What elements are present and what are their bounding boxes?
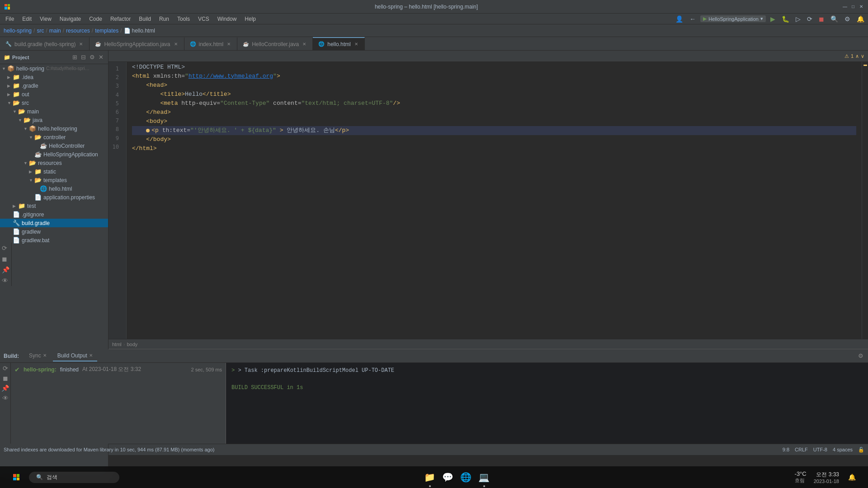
tree-item-resources[interactable]: ▼ 📂 resources [0, 159, 108, 167]
sidebar-title: Project [12, 55, 29, 60]
menu-tools[interactable]: Tools [174, 15, 193, 23]
indent-setting[interactable]: 4 spaces [833, 447, 853, 452]
taskbar-center: 📁 💬 🌐 💻 [422, 469, 492, 485]
taskbar-app-chrome[interactable]: 🌐 [458, 469, 474, 485]
breadcrumb-body[interactable]: body [127, 342, 137, 347]
menu-code[interactable]: Code [85, 15, 106, 23]
nav-resources[interactable]: resources [66, 28, 90, 34]
menu-file[interactable]: File [2, 15, 18, 23]
menu-view[interactable]: View [36, 15, 55, 23]
tree-item-main[interactable]: ▼ 📂 main [0, 107, 108, 116]
stop-small-icon[interactable]: ◼ [2, 255, 9, 263]
taskbar-app-explorer[interactable]: 📁 [422, 469, 438, 485]
nav-main[interactable]: main [49, 28, 61, 34]
tab-hello-spring-app[interactable]: ☕ HelloSpringApplication.java ✕ [90, 37, 184, 50]
run-coverage-button[interactable]: ▷ [794, 14, 802, 23]
menu-help[interactable]: Help [241, 15, 259, 23]
tree-item-hello-hellospring[interactable]: ▼ 📦 hello.hellospring [0, 124, 108, 133]
tab-close-hello-controller[interactable]: ✕ [302, 41, 307, 47]
refresh-icon[interactable]: ⟳ [2, 244, 9, 252]
notification-center-button[interactable]: 🔔 [843, 468, 861, 486]
taskbar-app-intellij[interactable]: 💻 [476, 469, 492, 485]
windows-start-button[interactable] [7, 468, 25, 486]
notifications-button[interactable]: 🔔 [855, 14, 866, 23]
line-ending[interactable]: CRLF [795, 447, 808, 452]
tree-item-gradlew[interactable]: 📄 gradlew [0, 227, 108, 236]
back-icon[interactable]: ← [688, 14, 698, 23]
profile-icon[interactable]: 👤 [674, 14, 685, 23]
output-tab-close[interactable]: ✕ [89, 353, 93, 358]
cursor-position[interactable]: 9:8 [783, 447, 789, 452]
tree-item-idea[interactable]: ▶ 📁 .idea [0, 73, 108, 81]
tab-build-gradle[interactable]: 🔧 build.gradle (hello-spring) ✕ [0, 37, 90, 50]
search-bar[interactable]: 🔍 검색 [29, 472, 119, 483]
tab-hello-html[interactable]: 🌐 hello.html ✕ [313, 37, 364, 50]
tab-close-hello-html[interactable]: ✕ [354, 41, 359, 47]
settings-button[interactable]: ⚙ [843, 14, 852, 23]
build-tab-output[interactable]: Build Output ✕ [53, 351, 97, 361]
profile-run-button[interactable]: ⟳ [805, 14, 814, 23]
tree-item-static[interactable]: ▶ 📁 static [0, 167, 108, 176]
breadcrumb-html[interactable]: html [112, 342, 122, 347]
nav-src[interactable]: src [37, 28, 44, 34]
close-button[interactable]: ✕ [858, 4, 864, 10]
build-tab-sync[interactable]: Sync ✕ [24, 351, 51, 361]
tree-item-hello-spring-app-file[interactable]: ☕ HelloSpringApplication [0, 150, 108, 159]
tree-item-hello-html-file[interactable]: 🌐 hello.html [0, 184, 108, 193]
sidebar-expand-icon[interactable]: ⊞ [71, 53, 78, 61]
menu-build[interactable]: Build [135, 15, 155, 23]
menu-refactor[interactable]: Refactor [107, 15, 134, 23]
run-config-selector[interactable]: ▶ HelloSpringApplication ▾ [700, 15, 766, 22]
tab-close-hello-spring-app[interactable]: ✕ [173, 41, 179, 47]
menu-edit[interactable]: Edit [19, 15, 35, 23]
build-pin-icon[interactable]: 📌 [1, 385, 9, 392]
tree-item-gitignore[interactable]: 📄 .gitignore [0, 210, 108, 219]
tab-index-html[interactable]: 🌐 index.html ✕ [184, 37, 238, 50]
minimize-button[interactable]: — [842, 4, 848, 10]
tree-item-gradlew-bat[interactable]: 📄 gradlew.bat [0, 236, 108, 244]
build-eye-icon[interactable]: 👁 [2, 394, 9, 402]
tree-item-java[interactable]: ▼ 📂 java [0, 116, 108, 124]
sidebar-settings-icon[interactable]: ⚙ [89, 53, 96, 61]
menu-vcs[interactable]: VCS [194, 15, 213, 23]
tree-item-build-gradle[interactable]: 🔧 build.gradle [0, 219, 108, 227]
build-refresh-icon[interactable]: ⟳ [3, 365, 8, 372]
tree-item-src[interactable]: ▼ 📂 src [0, 99, 108, 107]
tab-close-build-gradle[interactable]: ✕ [78, 41, 84, 47]
tree-item-out[interactable]: ▶ 📁 out [0, 90, 108, 99]
controller-folder-icon: 📂 [34, 134, 42, 141]
tree-item-controller[interactable]: ▼ 📂 controller [0, 133, 108, 141]
maximize-button[interactable]: □ [850, 4, 856, 10]
menu-window[interactable]: Window [214, 15, 241, 23]
sidebar-close-icon[interactable]: ✕ [98, 53, 104, 61]
tab-close-index-html[interactable]: ✕ [226, 41, 231, 47]
stop-button[interactable]: ◼ [817, 14, 826, 23]
tree-item-app-props[interactable]: 📄 application.properties [0, 193, 108, 202]
tree-label-app-props: application.properties [43, 194, 95, 201]
build-stop-icon[interactable]: ◼ [3, 375, 8, 382]
nav-project[interactable]: hello-spring [4, 28, 32, 34]
tree-item-templates[interactable]: ▼ 📂 templates [0, 176, 108, 184]
build-panel-settings-icon[interactable]: ⚙ [857, 352, 864, 360]
tab-hello-controller[interactable]: ☕ HelloController.java ✕ [237, 37, 313, 50]
tree-label-test: test [27, 203, 36, 209]
encoding[interactable]: UTF-8 [813, 447, 827, 452]
menu-navigate[interactable]: Navigate [56, 15, 85, 23]
debug-button[interactable]: 🐛 [780, 14, 791, 23]
search-everywhere-button[interactable]: 🔍 [829, 14, 840, 23]
tree-item-test[interactable]: ▶ 📁 test [0, 202, 108, 210]
tree-item-gradle-folder[interactable]: ▶ 📁 .gradle [0, 81, 108, 90]
tree-item-hello-spring[interactable]: ▼ 📦 hello-spring C:#study#hello-spring#h… [0, 64, 108, 73]
run-button[interactable]: ▶ [769, 14, 777, 23]
eye-icon[interactable]: 👁 [2, 277, 9, 284]
code-content[interactable]: <!DOCTYPE HTML> <html xmlns:th="http://w… [127, 62, 862, 339]
taskbar-app-teams[interactable]: 💬 [440, 469, 456, 485]
pin-icon[interactable]: 📌 [2, 266, 9, 273]
nav-templates[interactable]: templates [95, 28, 118, 34]
nav-bar: hello-spring / src / main / resources / … [0, 24, 868, 37]
menu-run[interactable]: Run [156, 15, 173, 23]
tree-item-hello-controller-file[interactable]: ☕ HelloController [0, 141, 108, 150]
sync-tab-close[interactable]: ✕ [43, 353, 47, 358]
sidebar-collapse-icon[interactable]: ⊟ [80, 53, 87, 61]
code-editor[interactable]: 1 2 3 4 5 6 7 8 9 10 <!DOCTYPE HTML> [108, 62, 868, 339]
